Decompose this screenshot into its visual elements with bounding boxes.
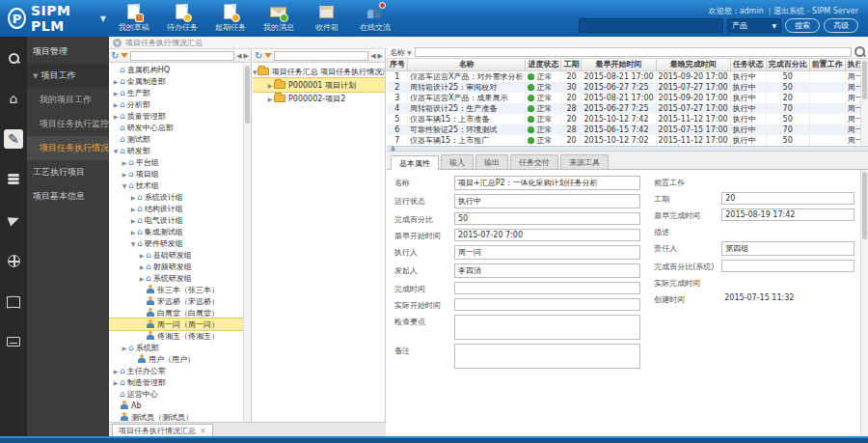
tree-nav-next-icon[interactable]: ▶ (244, 52, 249, 60)
sidebar-item[interactable]: 项目基本信息 (27, 184, 109, 208)
send-icon[interactable] (4, 210, 23, 230)
tree-node[interactable]: ⌂运营中心 (109, 388, 243, 400)
caret-right-icon[interactable]: ▶ (129, 217, 137, 224)
tree-node[interactable]: 周一问（周一问） (109, 318, 243, 330)
caret-right-icon[interactable]: ▶ (266, 96, 274, 102)
caret-right-icon[interactable]: ▶ (129, 229, 137, 235)
table-search-input[interactable] (415, 47, 852, 57)
book-icon[interactable] (4, 291, 23, 311)
caret-right-icon[interactable]: ▶ (112, 78, 120, 85)
sidebar-item[interactable]: ▼项目工作 (27, 64, 109, 88)
toolbar-button-archive[interactable]: 收件箱 (307, 4, 347, 33)
column-header[interactable]: 最晚完成时间 (656, 59, 730, 70)
tree-node[interactable]: ▶⌂结构设计组 (109, 203, 243, 214)
form-field-value[interactable]: 20 (721, 192, 854, 205)
tree-node[interactable]: ▶⌂电气设计组 (109, 214, 243, 226)
sidebar-item[interactable]: 工艺执行项目 (27, 160, 109, 184)
folder-node[interactable]: ▶P000001 项目计划 (253, 78, 385, 92)
toolbar-button-people[interactable]: 在线交流 (355, 4, 395, 33)
toolbar-button-doc-pen[interactable]: 我的草稿 (114, 4, 154, 33)
tree-node[interactable]: ⌂研发中心总部 (109, 122, 243, 133)
caret-right-icon[interactable]: ▶ (121, 159, 128, 166)
form-field-value[interactable] (454, 282, 640, 294)
tree-node[interactable]: ▼⌂研发部 (109, 145, 243, 156)
caret-right-icon[interactable]: ▶ (112, 379, 120, 386)
column-header[interactable]: 完成百分比 (766, 59, 809, 70)
tree-node[interactable]: ⌂直属机构HQ (109, 64, 243, 75)
tree-node[interactable]: ▼⌂技术组 (109, 180, 243, 191)
folder-filter-input[interactable] (274, 51, 368, 61)
tree-node[interactable]: ▶⌂质量管理部 (109, 110, 243, 122)
form-field-value[interactable]: 周一问 (454, 245, 640, 260)
caret-right-icon[interactable]: ▶ (112, 368, 120, 374)
tree-node[interactable]: ▶⌂系统设计组 (109, 191, 243, 203)
filter-field-select[interactable]: 名称 ▼ (390, 47, 412, 58)
database-icon[interactable] (4, 170, 23, 189)
tree-node[interactable]: ▶⌂系统部 (109, 342, 243, 353)
global-search-input[interactable] (579, 18, 723, 33)
toolbar-button-doc-warn[interactable]: 待办任务 (162, 4, 203, 33)
refresh-icon[interactable]: ↻ (255, 51, 262, 61)
tree-node[interactable]: ▶⌂平台组 (109, 156, 243, 168)
caret-right-icon[interactable]: ▶ (112, 90, 120, 97)
caret-down-icon[interactable]: ▼ (112, 148, 120, 154)
form-field-value[interactable]: 执行中 (454, 194, 640, 208)
tree-node[interactable]: ▼⌂硬件研发组 (109, 237, 243, 249)
sidebar-item[interactable]: 项目管理 (27, 37, 109, 64)
filter-icon[interactable] (121, 53, 128, 58)
form-field-value[interactable]: 项目+汇总P2：一体化采购计划任务分析 (454, 176, 640, 190)
refresh-icon[interactable]: ↻ (111, 51, 119, 61)
column-header[interactable]: 任务状态 (730, 59, 766, 70)
bottom-tab[interactable]: 项目任务执行情况汇总 × (112, 424, 213, 436)
search-category-select[interactable]: 产品 ▼ (727, 18, 781, 33)
edit-icon[interactable]: ✎ (4, 129, 23, 149)
folder-root-node[interactable]: ▼ 项目任务汇总 项目任务执行情况汇总 文件夹 (253, 65, 385, 78)
tree-node[interactable]: ▶⌂集成测试组 (109, 226, 243, 237)
column-header[interactable]: 名称 (408, 59, 526, 70)
detail-tab[interactable]: 输出 (475, 154, 508, 169)
form-field-value[interactable]: 50 (454, 212, 640, 225)
home-icon[interactable]: ⌂ (4, 89, 23, 108)
sidebar-item-active[interactable]: 项目任务执行情况汇总 (27, 136, 109, 160)
globe-icon[interactable] (4, 251, 23, 270)
tree-node[interactable]: 白展堂（白展堂） (109, 307, 243, 318)
folder-node[interactable]: ▶P000002-项目2 (253, 92, 385, 105)
caret-right-icon[interactable]: ▶ (129, 194, 137, 201)
tree-filter-input[interactable] (130, 51, 234, 61)
caret-right-icon[interactable]: ▶ (266, 82, 274, 89)
form-field-value[interactable] (454, 344, 640, 369)
column-header[interactable]: 序号 (388, 59, 408, 70)
column-header[interactable]: 工期 (561, 59, 582, 70)
tree-node[interactable]: ▶⌂金属制造部 (109, 75, 243, 87)
sidebar-item[interactable]: 我的项目工作 (27, 88, 109, 112)
tree-node[interactable]: ▶⌂主任办公室 (109, 365, 243, 376)
tree-node[interactable]: 张三丰（张三丰） (109, 284, 243, 295)
toolbar-button-mail[interactable]: 我的消息 (258, 4, 299, 33)
tree-node[interactable]: ▶⌂系统研发组 (109, 272, 243, 284)
form-field-value[interactable]: 2015-07-20 7:00 (454, 229, 640, 241)
table-row[interactable]: 3仪器车运营X产品：成果展示正常202015-08-21 17:002015-0… (388, 93, 861, 103)
form-field-value[interactable] (454, 315, 640, 340)
search-icon[interactable] (854, 46, 865, 59)
tree-node[interactable]: Ab (109, 400, 243, 411)
advanced-search-button[interactable]: 高级 (824, 18, 858, 33)
caret-down-icon[interactable]: ▼ (129, 240, 137, 247)
column-header[interactable]: 前置工作 (809, 59, 845, 70)
table-row[interactable]: 5仪器车辆15：上市准备正常202015-10-12 7:422015-11-1… (388, 114, 861, 125)
logo-chevron-down-icon[interactable]: ▼ (100, 14, 106, 23)
tree-node[interactable]: ⌂测试部 (109, 133, 243, 145)
close-icon[interactable]: × (200, 427, 206, 435)
table-scrollbar[interactable] (860, 59, 868, 146)
tree-scrollbar[interactable] (243, 64, 251, 422)
table-row[interactable]: 1仪器车运营X产品：对外需求分析正常202015-08-21 17:002015… (388, 70, 861, 82)
detail-scrollbar[interactable] (860, 170, 868, 436)
app-logo[interactable]: P SIPM PLM ▼ (0, 3, 114, 34)
caret-right-icon[interactable]: ▶ (121, 345, 128, 351)
detail-tab-active[interactable]: 基本属性 (391, 155, 439, 170)
detail-tab[interactable]: 输入 (441, 154, 474, 169)
form-field-value[interactable] (454, 298, 640, 311)
table-row[interactable]: 6可靠性验证25：环境测试正常282015-06-15 7:422015-07-… (388, 125, 861, 135)
tree-node[interactable]: 宋远桥（宋远桥） (109, 295, 243, 307)
form-field-value[interactable]: 第四组 (721, 241, 854, 256)
column-header[interactable]: 进度状态 (526, 59, 561, 70)
